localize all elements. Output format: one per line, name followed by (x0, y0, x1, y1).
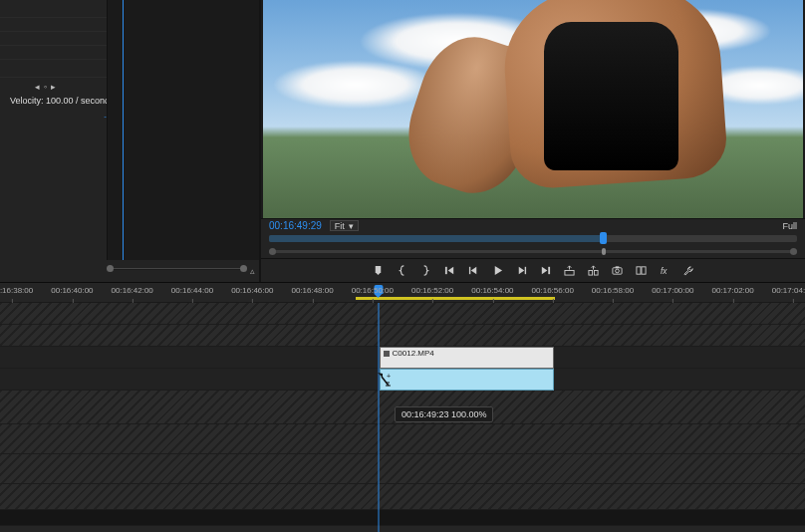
clip-audio[interactable] (380, 369, 554, 391)
comparison-button[interactable] (634, 264, 648, 278)
transport-bar: fx (261, 258, 805, 282)
svg-rect-9 (615, 266, 619, 268)
graph-zoom-handle-left[interactable] (107, 265, 114, 272)
program-viewer[interactable] (263, 0, 803, 218)
velocity-label: Velocity: 100.00 / second (10, 96, 110, 106)
ruler-tick: 00:16:46:00 (231, 286, 273, 295)
track-a3[interactable] (0, 424, 805, 454)
ruler-tick: 00:16:50:00 (352, 286, 394, 295)
program-timecode[interactable]: 00:16:49:29 (269, 220, 322, 231)
svg-rect-11 (641, 267, 645, 274)
step-back-button[interactable] (466, 264, 480, 278)
ruler-tick: 00:16:54:00 (471, 286, 513, 295)
kf-next-icon[interactable]: ▸ (51, 82, 56, 92)
ruler-tick: 00:16:58:00 (592, 286, 634, 295)
clip-video[interactable]: C0012.MP4 (380, 347, 554, 369)
go-to-in-button[interactable] (442, 264, 456, 278)
zoom-handle-left[interactable] (269, 248, 276, 255)
zoom-thumb[interactable] (602, 248, 606, 255)
track-v2[interactable] (0, 325, 805, 347)
program-zoom-select[interactable]: Fit ▾ (330, 220, 359, 231)
svg-rect-0 (444, 267, 446, 274)
svg-rect-4 (564, 271, 573, 276)
kf-add-icon[interactable]: ◦ (44, 82, 47, 92)
svg-text:fx: fx (660, 267, 667, 276)
extract-button[interactable] (586, 264, 600, 278)
ruler-tick: 00:17:04:00 (772, 286, 805, 295)
effect-controls-panel: ◂ ◦ ▸ ◂ ◦ ▸ Velocity: 100.00 / second 2.… (0, 0, 260, 282)
kf-prev-icon[interactable]: ◂ (35, 82, 40, 92)
mark-in-button[interactable] (395, 264, 408, 278)
timeline-panel: 00:16:38:0000:16:40:0000:16:42:0000:16:4… (0, 282, 805, 532)
keyframe-nav[interactable]: ◂ ◦ ▸ (35, 82, 56, 92)
svg-rect-10 (636, 267, 640, 274)
track-a4[interactable] (0, 454, 805, 484)
zoom-handle-right[interactable] (790, 248, 797, 255)
svg-point-8 (615, 269, 619, 273)
ruler-tick: 00:16:56:00 (532, 286, 574, 295)
go-to-out-button[interactable] (538, 264, 552, 278)
ruler-tick: 00:17:00:00 (652, 286, 693, 295)
ruler-tick: 00:16:48:00 (291, 286, 333, 295)
graph-playhead[interactable] (123, 0, 124, 260)
program-resolution-label[interactable]: Full (782, 221, 797, 231)
program-monitor: 00:16:49:29 Fit ▾ Full fx (260, 0, 805, 282)
settings-button[interactable] (681, 264, 695, 278)
ruler-tick: 00:16:38:00 (0, 286, 33, 295)
ruler-tick: 00:17:02:00 (711, 286, 753, 295)
program-scrub-playhead[interactable] (600, 232, 607, 244)
timeline-playhead-line[interactable] (378, 303, 379, 532)
rate-stretch-tooltip: 00:16:49:23 100.00% (395, 406, 494, 422)
ruler-tick: 00:16:40:00 (51, 286, 93, 295)
graph-toggle-icon[interactable]: ▵ (250, 266, 255, 276)
svg-rect-5 (588, 271, 592, 276)
clip-name: C0012.MP4 (393, 349, 434, 358)
lift-button[interactable] (562, 264, 576, 278)
svg-rect-1 (468, 267, 469, 274)
step-forward-button[interactable] (514, 264, 528, 278)
track-master[interactable] (0, 510, 805, 526)
svg-rect-2 (524, 267, 525, 274)
add-marker-button[interactable] (371, 264, 385, 278)
toggle-fx-button[interactable]: fx (658, 264, 671, 278)
graph-zoom-handle-right[interactable] (240, 265, 247, 272)
graph-zoom-scroll[interactable] (107, 264, 247, 274)
clip-fx-icon (384, 351, 390, 357)
ruler-tick: 00:16:52:00 (411, 286, 453, 295)
program-scrub-bar[interactable] (261, 232, 805, 246)
in-out-range[interactable] (356, 297, 555, 300)
chevron-down-icon: ▾ (349, 221, 354, 231)
program-zoom-label: Fit (335, 221, 345, 231)
track-v3[interactable] (0, 303, 805, 325)
export-frame-button[interactable] (610, 264, 624, 278)
ruler-tick: 00:16:42:00 (112, 286, 153, 295)
svg-rect-3 (548, 267, 550, 274)
timeline-tracks[interactable]: C0012.MP4 + 00:16:49:23 100.00% (0, 303, 805, 532)
play-toggle-button[interactable] (490, 264, 504, 278)
program-zoom-bar[interactable] (261, 246, 805, 258)
svg-rect-6 (594, 271, 598, 276)
mark-out-button[interactable] (418, 264, 432, 278)
ruler-tick: 00:16:44:00 (171, 286, 213, 295)
time-ruler[interactable]: 00:16:38:0000:16:40:0000:16:42:0000:16:4… (0, 283, 805, 303)
track-a5[interactable] (0, 484, 805, 510)
effect-graph-area[interactable] (107, 0, 259, 260)
